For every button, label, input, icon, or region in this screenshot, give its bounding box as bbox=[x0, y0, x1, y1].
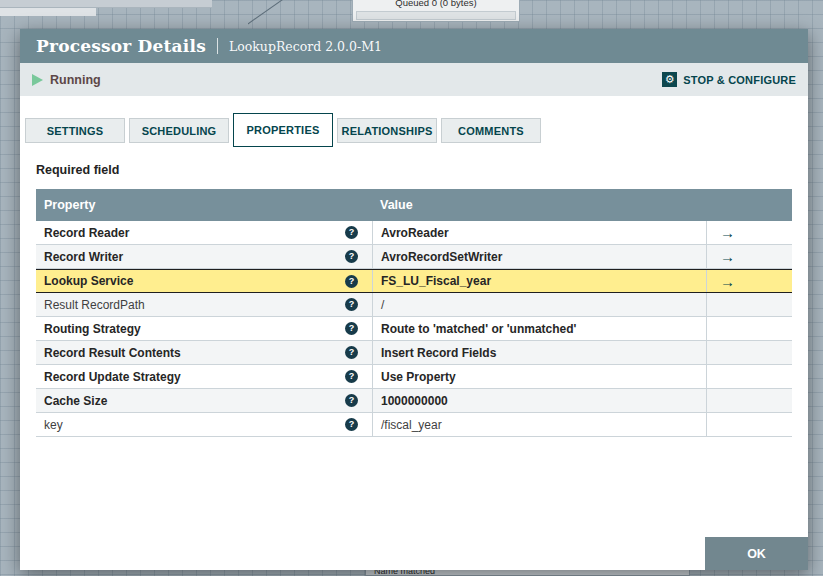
property-cell: Record Update Strategy? bbox=[36, 365, 372, 388]
help-icon[interactable]: ? bbox=[345, 322, 358, 335]
tab-scheduling[interactable]: SCHEDULING bbox=[129, 118, 229, 143]
go-to-controller-service-arrow-icon[interactable]: → bbox=[720, 274, 735, 289]
goto-cell bbox=[706, 317, 792, 340]
goto-cell: → bbox=[706, 245, 792, 268]
column-header-value: Value bbox=[372, 198, 706, 212]
help-icon[interactable]: ? bbox=[345, 370, 358, 383]
dialog-tabs: SETTINGSSCHEDULINGPROPERTIESRELATIONSHIP… bbox=[25, 113, 541, 147]
goto-cell bbox=[706, 293, 792, 316]
goto-cell bbox=[706, 413, 792, 436]
property-cell: Record Reader? bbox=[36, 221, 372, 244]
property-name: Record Result Contents bbox=[44, 346, 345, 360]
property-value: Insert Record Fields bbox=[372, 341, 706, 364]
queue-progress-bar bbox=[356, 11, 516, 20]
property-row: Record Writer?AvroRecordSetWriter→ bbox=[36, 245, 792, 269]
stop-configure-gear-icon: ⚙ bbox=[662, 72, 677, 87]
property-name: Lookup Service bbox=[44, 274, 345, 288]
title-divider bbox=[217, 38, 218, 54]
tab-properties[interactable]: PROPERTIES bbox=[233, 113, 333, 147]
goto-cell: → bbox=[706, 270, 792, 292]
property-value: 1000000000 bbox=[372, 389, 706, 412]
property-cell: Record Result Contents? bbox=[36, 341, 372, 364]
property-value: FS_LU_Fiscal_year bbox=[372, 270, 706, 292]
stop-configure-label: STOP & CONFIGURE bbox=[683, 74, 796, 86]
dialog-header: Processor Details LookupRecord 2.0.0-M1 bbox=[20, 29, 808, 63]
help-icon[interactable]: ? bbox=[345, 298, 358, 311]
goto-cell bbox=[706, 389, 792, 412]
property-row: Result RecordPath?/ bbox=[36, 293, 792, 317]
property-cell: Result RecordPath? bbox=[36, 293, 372, 316]
running-play-icon bbox=[32, 74, 43, 86]
property-cell: Lookup Service? bbox=[36, 270, 372, 292]
property-cell: Cache Size? bbox=[36, 389, 372, 412]
property-name: key bbox=[44, 418, 345, 432]
ok-button[interactable]: OK bbox=[705, 537, 808, 570]
required-field-label: Required field bbox=[36, 163, 119, 177]
processor-type-version: LookupRecord 2.0.0-M1 bbox=[229, 39, 382, 54]
canvas-component bbox=[0, 8, 96, 16]
property-row: Routing Strategy?Route to 'matched' or '… bbox=[36, 317, 792, 341]
canvas-component bbox=[0, 0, 212, 8]
property-name: Record Update Strategy bbox=[44, 370, 345, 384]
property-value: / bbox=[372, 293, 706, 316]
help-icon[interactable]: ? bbox=[345, 275, 358, 288]
property-value: Route to 'matched' or 'unmatched' bbox=[372, 317, 706, 340]
column-header-property: Property bbox=[36, 198, 372, 212]
property-value: Use Property bbox=[372, 365, 706, 388]
help-icon[interactable]: ? bbox=[345, 226, 358, 239]
property-row: Record Result Contents?Insert Record Fie… bbox=[36, 341, 792, 365]
property-name: Record Writer bbox=[44, 250, 345, 264]
property-row: key?/fiscal_year bbox=[36, 413, 792, 437]
goto-cell bbox=[706, 341, 792, 364]
property-name: Cache Size bbox=[44, 394, 345, 408]
canvas-connection-queue-box: Queued 0 (0 bytes) bbox=[352, 0, 520, 22]
property-row: Cache Size?1000000000 bbox=[36, 389, 792, 413]
tab-relationships[interactable]: RELATIONSHIPS bbox=[337, 118, 437, 143]
property-name: Record Reader bbox=[44, 226, 345, 240]
property-value: AvroReader bbox=[372, 221, 706, 244]
processor-details-dialog: Processor Details LookupRecord 2.0.0-M1 … bbox=[20, 29, 808, 570]
go-to-controller-service-arrow-icon[interactable]: → bbox=[720, 225, 735, 240]
canvas-connection-line bbox=[248, 0, 300, 28]
properties-table: Property Value Record Reader?AvroReader→… bbox=[36, 189, 792, 437]
property-cell: Record Writer? bbox=[36, 245, 372, 268]
run-status-label: Running bbox=[50, 73, 101, 87]
goto-cell: → bbox=[706, 221, 792, 244]
tab-settings[interactable]: SETTINGS bbox=[25, 118, 125, 143]
status-bar: Running ⚙ STOP & CONFIGURE bbox=[20, 63, 808, 96]
property-name: Routing Strategy bbox=[44, 322, 345, 336]
property-cell: Routing Strategy? bbox=[36, 317, 372, 340]
property-row: Record Update Strategy?Use Property bbox=[36, 365, 792, 389]
help-icon[interactable]: ? bbox=[345, 250, 358, 263]
tab-comments[interactable]: COMMENTS bbox=[441, 118, 541, 143]
go-to-controller-service-arrow-icon[interactable]: → bbox=[720, 249, 735, 264]
queued-label: Queued 0 (0 bytes) bbox=[353, 0, 519, 8]
property-value: AvroRecordSetWriter bbox=[372, 245, 706, 268]
help-icon[interactable]: ? bbox=[345, 346, 358, 359]
property-row: Record Reader?AvroReader→ bbox=[36, 221, 792, 245]
property-name: Result RecordPath bbox=[44, 298, 345, 312]
properties-table-header: Property Value bbox=[36, 189, 792, 221]
help-icon[interactable]: ? bbox=[345, 418, 358, 431]
property-value: /fiscal_year bbox=[372, 413, 706, 436]
help-icon[interactable]: ? bbox=[345, 394, 358, 407]
goto-cell bbox=[706, 365, 792, 388]
dialog-title: Processor Details bbox=[36, 36, 206, 56]
property-row: Lookup Service?FS_LU_Fiscal_year→ bbox=[36, 269, 792, 293]
property-cell: key? bbox=[36, 413, 372, 436]
stop-and-configure-button[interactable]: ⚙ STOP & CONFIGURE bbox=[662, 72, 796, 87]
